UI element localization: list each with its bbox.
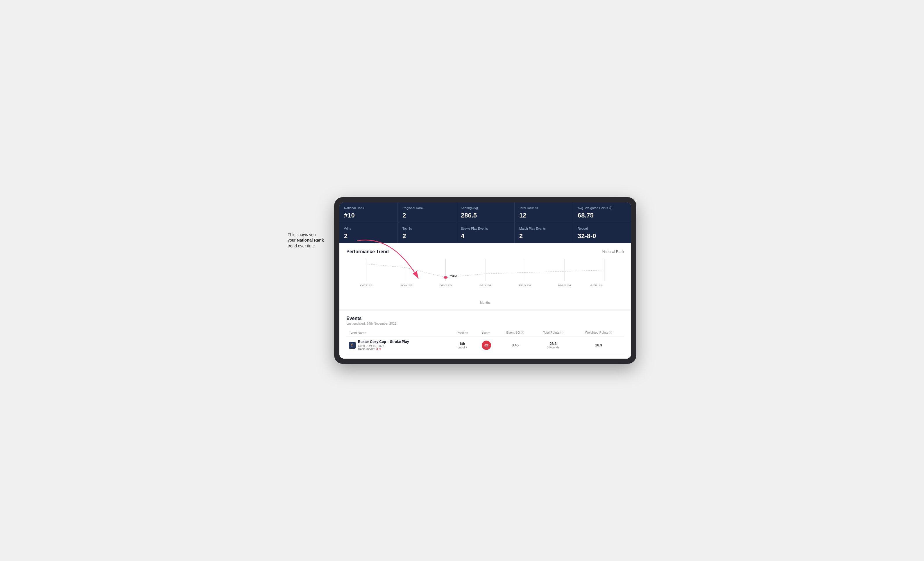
stat-scoring-avg: Scoring Avg. 286.5	[456, 202, 514, 223]
event-sg-value: 0.45	[512, 343, 518, 347]
event-score-cell: -22	[475, 337, 497, 354]
stat-national-rank: National Rank #10	[339, 202, 398, 223]
stat-match-play-value: 2	[519, 232, 568, 240]
position-sub: out of 7	[452, 346, 473, 349]
stats-row-1: National Rank #10 Regional Rank 2 Scorin…	[339, 202, 631, 223]
tablet-screen: National Rank #10 Regional Rank 2 Scorin…	[339, 202, 631, 359]
stat-national-rank-value: #10	[344, 212, 393, 219]
stat-stroke-play-label: Stroke Play Events	[461, 226, 510, 230]
stat-scoring-avg-value: 286.5	[461, 212, 510, 219]
svg-text:OCT 23: OCT 23	[360, 284, 372, 287]
svg-text:FEB 24: FEB 24	[519, 284, 531, 287]
annotation-line2-prefix: your	[288, 238, 297, 242]
events-table: Event Name Position Score Event SG ⓘ Tot…	[346, 329, 624, 354]
event-sg-cell: 0.45	[498, 337, 533, 354]
performance-chart: #10 OCT 23 NOV 23 DEC 23 JAN 24 FEB 24 M…	[346, 259, 624, 291]
col-event-sg: Event SG ⓘ	[498, 329, 533, 337]
perf-rank-label: National Rank	[602, 250, 624, 254]
stat-top3s: Top 3s 2	[398, 223, 456, 243]
total-points-value: 28.3	[536, 342, 571, 346]
rank-impact-value: 3 ▼	[376, 347, 381, 351]
event-date: Oct 9 - Oct 10, 2023	[358, 344, 409, 347]
stat-match-play-label: Match Play Events	[519, 226, 568, 230]
event-position: 6th out of 7	[450, 337, 476, 354]
stat-top3s-value: 2	[402, 232, 451, 240]
stat-record-label: Record	[578, 226, 627, 230]
svg-text:#10: #10	[450, 274, 457, 277]
weighted-points-cell: 28.3	[573, 337, 624, 354]
score-badge: -22	[482, 341, 491, 350]
stat-record-value: 32-8-0	[578, 232, 627, 240]
total-points-sub: 3 Rounds	[536, 346, 571, 349]
chart-area: #10 OCT 23 NOV 23 DEC 23 JAN 24 FEB 24 M…	[346, 259, 624, 300]
stat-scoring-avg-label: Scoring Avg.	[461, 206, 510, 210]
stat-wins: Wins 2	[339, 223, 398, 243]
stat-total-rounds: Total Rounds 12	[514, 202, 573, 223]
events-section: Events Last updated: 24th November 2023 …	[339, 309, 631, 359]
annotation-line1: This shows you	[288, 232, 315, 237]
stat-avg-weighted-label: Avg. Weighted Points ⓘ	[578, 206, 627, 210]
stat-wins-label: Wins	[344, 226, 393, 230]
stat-stroke-play-value: 4	[461, 232, 510, 240]
svg-point-8	[444, 277, 448, 279]
tablet-frame: National Rank #10 Regional Rank 2 Scorin…	[334, 197, 636, 364]
events-title: Events	[346, 316, 624, 321]
stat-avg-weighted: Avg. Weighted Points ⓘ 68.75	[573, 202, 631, 223]
page-wrapper: This shows you your National Rank trend …	[288, 197, 636, 364]
stat-stroke-play: Stroke Play Events 4	[456, 223, 514, 243]
annotation-line3: trend over time	[288, 244, 315, 248]
stat-national-rank-label: National Rank	[344, 206, 393, 210]
events-updated: Last updated: 24th November 2023	[346, 322, 624, 325]
stat-total-rounds-label: Total Rounds	[519, 206, 568, 210]
event-info: 🏌 Buster Cozy Cup – Stroke Play Oct 9 - …	[349, 340, 447, 351]
stats-row-2: Wins 2 Top 3s 2 Stroke Play Events 4 Mat…	[339, 223, 631, 243]
stat-avg-weighted-value: 68.75	[578, 212, 627, 219]
perf-header: Performance Trend National Rank	[346, 249, 624, 254]
weighted-points-value: 28.3	[596, 343, 602, 347]
event-name: Buster Cozy Cup – Stroke Play	[358, 340, 409, 344]
table-row: 🏌 Buster Cozy Cup – Stroke Play Oct 9 - …	[346, 337, 624, 354]
event-rank-impact: Rank Impact: 3 ▼	[358, 347, 409, 351]
svg-text:DEC 23: DEC 23	[440, 284, 452, 287]
performance-section: Performance Trend National Rank	[339, 243, 631, 309]
total-points-cell: 28.3 3 Rounds	[533, 337, 573, 354]
event-icon: 🏌	[349, 342, 356, 349]
stat-match-play: Match Play Events 2	[514, 223, 573, 243]
col-score: Score	[475, 329, 497, 337]
position-value: 6th	[452, 342, 473, 346]
col-event-name: Event Name	[346, 329, 450, 337]
stat-regional-rank-label: Regional Rank	[402, 206, 451, 210]
stat-top3s-label: Top 3s	[402, 226, 451, 230]
event-name-cell: 🏌 Buster Cozy Cup – Stroke Play Oct 9 - …	[346, 337, 450, 354]
col-position: Position	[450, 329, 476, 337]
stat-wins-value: 2	[344, 232, 393, 240]
svg-text:MAR 24: MAR 24	[558, 284, 571, 287]
stat-regional-rank-value: 2	[402, 212, 451, 219]
months-label: Months	[346, 301, 624, 304]
annotation-text: This shows you your National Rank trend …	[288, 232, 346, 249]
svg-text:JAN 24: JAN 24	[479, 284, 491, 287]
annotation-bold: National Rank	[297, 238, 324, 242]
stat-record: Record 32-8-0	[573, 223, 631, 243]
col-total-points: Total Points ⓘ	[533, 329, 573, 337]
stat-total-rounds-value: 12	[519, 212, 568, 219]
svg-text:NOV 23: NOV 23	[399, 284, 412, 287]
stat-regional-rank: Regional Rank 2	[398, 202, 456, 223]
svg-text:APR 24: APR 24	[590, 284, 603, 287]
col-weighted-points: Weighted Points ⓘ	[573, 329, 624, 337]
perf-title: Performance Trend	[346, 249, 389, 254]
